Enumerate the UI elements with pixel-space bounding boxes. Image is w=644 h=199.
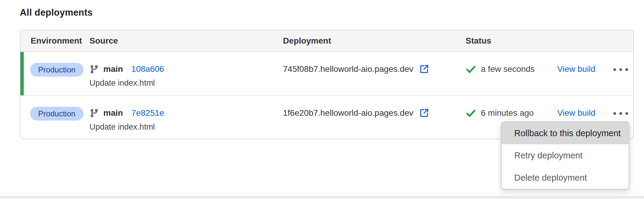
commit-link[interactable]: 7e8251e [131, 108, 164, 118]
external-link-icon[interactable] [419, 108, 430, 118]
external-link-icon[interactable] [419, 64, 430, 75]
environment-cell: Production [20, 96, 90, 139]
actions-cell [608, 52, 633, 95]
table-header-row: Environment Source Deployment Status [20, 30, 633, 52]
commit-link[interactable]: 108a606 [131, 64, 164, 74]
deployment-actions-menu: Rollback to this deployment Retry deploy… [501, 121, 629, 189]
view-build-cell: View build [557, 52, 608, 95]
git-branch-icon [90, 109, 99, 118]
commit-message: Update index.html [90, 78, 283, 88]
column-header-deployment: Deployment [283, 36, 466, 46]
status-cell: a few seconds [466, 52, 557, 95]
environment-cell: Production [20, 52, 90, 95]
deployment-cell: 745f08b7.helloworld-aio.pages.dev [283, 52, 466, 95]
branch-name: main [103, 64, 123, 74]
branch-name: main [103, 108, 123, 118]
menu-item-rollback[interactable]: Rollback to this deployment [502, 122, 629, 144]
source-cell: main 7e8251e Update index.html [90, 96, 283, 139]
column-header-status: Status [466, 36, 557, 46]
deployment-url: 1f6e20b7.helloworld-aio.pages.dev [283, 108, 413, 118]
page-title: All deployments [20, 7, 93, 18]
ellipsis-icon[interactable] [612, 66, 630, 72]
page-bottom-edge [0, 197, 644, 199]
check-icon [466, 108, 476, 118]
deployment-url: 745f08b7.helloworld-aio.pages.dev [283, 64, 413, 74]
commit-message: Update index.html [90, 122, 283, 132]
source-cell: main 108a606 Update index.html [90, 52, 283, 95]
menu-item-delete[interactable]: Delete deployment [502, 167, 629, 189]
check-icon [466, 64, 476, 75]
view-build-link[interactable]: View build [557, 108, 595, 118]
environment-badge: Production [30, 63, 84, 77]
status-time: 6 minutes ago [481, 108, 534, 118]
ellipsis-icon[interactable] [612, 110, 630, 116]
page-bottom-fade [0, 191, 644, 197]
environment-badge: Production [30, 107, 84, 121]
view-build-link[interactable]: View build [557, 64, 595, 74]
deployment-cell: 1f6e20b7.helloworld-aio.pages.dev [283, 96, 466, 139]
status-time: a few seconds [481, 64, 535, 74]
column-header-environment: Environment [20, 36, 90, 46]
menu-item-retry[interactable]: Retry deployment [502, 144, 629, 167]
git-branch-icon [90, 65, 99, 74]
deployment-row-current: Production main 108a606 Update index.htm… [20, 52, 633, 95]
column-header-source: Source [90, 36, 283, 46]
